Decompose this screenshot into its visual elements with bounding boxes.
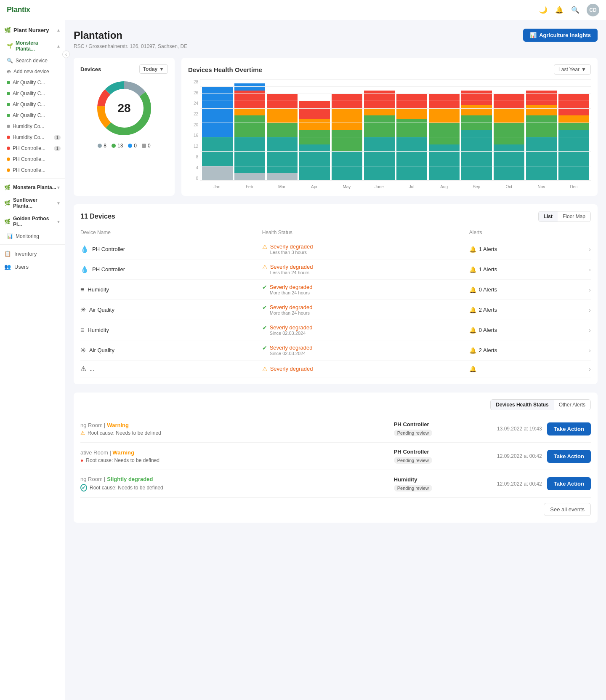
sidebar-device-item[interactable]: Air Quality C... (0, 77, 65, 88)
legend-green: 13 (112, 143, 123, 149)
agriculture-insights-button[interactable]: 📊 Agriculture Insights (523, 29, 598, 42)
sidebar-monitoring[interactable]: 📊 Monitoring (0, 231, 65, 242)
monstera-label: Monstera Planta... (16, 40, 56, 52)
row-chevron-icon[interactable]: › (589, 286, 591, 293)
chart-dropdown-label: Last Year (558, 67, 579, 72)
take-action-button[interactable]: Take Action (547, 477, 591, 490)
alert-time: 12.09.2022 at 00:42 (475, 453, 542, 459)
row-chevron-icon[interactable]: › (589, 366, 591, 372)
view-list-btn[interactable]: List (539, 211, 558, 222)
search-device-action[interactable]: 🔍 Search device (0, 55, 65, 66)
take-action-button[interactable]: Take Action (547, 450, 591, 463)
sidebar-device-item[interactable]: Humidity Co... (0, 121, 65, 132)
alert-badge: Pending review (394, 485, 432, 492)
sidebar-collapse-btn[interactable]: ‹ (62, 51, 70, 58)
bar-segment (558, 115, 589, 123)
health-status-text: Severly degraded (270, 284, 313, 290)
device-status-dot (7, 92, 10, 95)
page-header: Plantation 📊 Agriculture Insights (74, 29, 598, 42)
row-chevron-icon[interactable]: › (589, 307, 591, 313)
alert-row: ng Room | Warning ⚠ Root cause: Needs to… (80, 415, 591, 443)
alerts-header: Devices Health Status Other Alerts (80, 399, 591, 410)
row-chevron-icon[interactable]: › (589, 327, 591, 334)
users-label: Users (14, 264, 29, 270)
health-status-text: Severly degraded (270, 324, 313, 331)
sidebar-monstera-planta-sub[interactable]: 🌿 Monstera Planta... ▼ (0, 181, 65, 194)
row-chevron-icon[interactable]: › (589, 347, 591, 354)
device-name: Humidity (88, 327, 109, 333)
bar-group (494, 80, 524, 180)
tab-devices-health[interactable]: Devices Health Status (491, 400, 553, 410)
sidebar-monstera-active[interactable]: 🌱 Monstera Planta... ▲ (0, 37, 65, 55)
notification-icon[interactable]: 🔔 (555, 5, 564, 15)
sidebar-device-item[interactable]: Air Quality C... (0, 99, 65, 110)
search-icon[interactable]: 🔍 (571, 5, 580, 15)
alerts-cell: 🔔 0 Alerts › (469, 280, 591, 300)
alerts-cell: 🔔 1 Alerts › (469, 259, 591, 280)
alert-count: 1 Alerts (479, 246, 497, 252)
device-label: Humidity Co... (13, 123, 44, 129)
device-name-cell: ✳ Air Quality (80, 300, 262, 320)
add-device-action[interactable]: ⊕ Add new device (0, 66, 65, 77)
users-icon: 👥 (4, 264, 11, 270)
sidebar: 🌿 Plant Nursery ▲ 🌱 Monstera Planta... ▲… (0, 20, 65, 700)
alert-count: 1 Alerts (479, 266, 497, 273)
status-warning-icon: ⚠ (262, 366, 268, 372)
sidebar-golden-pothos[interactable]: 🌿 Golden Pothos Pl... ▼ (0, 212, 65, 231)
sidebar-inventory[interactable]: 📋 Inventory (0, 247, 65, 260)
bar-group (234, 80, 265, 180)
sidebar-device-item[interactable]: Air Quality C... (0, 88, 65, 99)
main-content: Plantation 📊 Agriculture Insights RSC / … (65, 20, 606, 700)
table-row[interactable]: ≡ Humidity ✔ Severly degraded Since 02.0… (80, 320, 591, 340)
take-action-button[interactable]: Take Action (547, 422, 591, 435)
alerts-cell: 🔔 2 Alerts › (469, 300, 591, 320)
table-row[interactable]: ✳ Air Quality ✔ Severly degraded Since 0… (80, 340, 591, 361)
sidebar-device-item[interactable]: Air Quality C... (0, 110, 65, 121)
donut-center: 28 (117, 102, 130, 115)
x-axis-label: Jan (202, 184, 232, 189)
sidebar-device-item[interactable]: PH Controlle...1 (0, 143, 65, 154)
bar-segment (526, 105, 557, 116)
sidebar-device-item[interactable]: Humidity Co...1 (0, 132, 65, 143)
device-name: PH Controller (92, 266, 125, 273)
legend-count-blue: 0 (134, 143, 137, 149)
search-device-label: Search device (16, 58, 48, 64)
health-status-text: Severly degraded (270, 366, 313, 372)
severity-label: Warning (107, 422, 129, 428)
tab-other-alerts[interactable]: Other Alerts (554, 400, 590, 410)
donut-dropdown[interactable]: Today ▼ (139, 64, 168, 74)
chart-dropdown[interactable]: Last Year ▼ (554, 64, 591, 75)
sidebar-device-item[interactable]: PH Controlle... (0, 154, 65, 165)
table-row[interactable]: ✳ Air Quality ✔ Severly degraded More th… (80, 300, 591, 320)
alert-count: 2 Alerts (479, 347, 497, 353)
bar-segment (494, 108, 524, 123)
row-chevron-icon[interactable]: › (589, 266, 591, 273)
table-row[interactable]: 💧 PH Controller ⚠ Severly degraded Less … (80, 259, 591, 280)
alerts-cell: 🔔 › (469, 361, 591, 377)
alert-left: ng Room | Slightly degraded ✔ Root cause… (80, 476, 389, 492)
breadcrumb: RSC / Grossenhainerstr. 126, 01097, Sach… (74, 43, 598, 49)
avatar[interactable]: CD (587, 4, 599, 16)
alert-room: ng Room | Warning (80, 422, 389, 428)
table-row[interactable]: ≡ Humidity ✔ Severly degraded More than … (80, 280, 591, 300)
chevron-up-icon-2: ▲ (56, 44, 61, 48)
device-label: PH Controlle... (13, 167, 45, 173)
sidebar-users[interactable]: 👥 Users (0, 260, 65, 273)
table-row[interactable]: 💧 PH Controller ⚠ Severly degraded Less … (80, 239, 591, 259)
dark-mode-icon[interactable]: 🌙 (539, 5, 548, 15)
device-status-dot (7, 81, 10, 84)
x-axis-label: May (331, 184, 362, 189)
donut-legend: 8 13 0 0 (80, 143, 168, 149)
donut-card-title: Devices (80, 66, 101, 72)
see-all-events-btn[interactable]: See all events (544, 503, 591, 516)
device-label: Air Quality C... (13, 91, 45, 96)
table-row[interactable]: ⚠ ... ⚠ Severly degraded 🔔 › (80, 361, 591, 377)
sidebar-device-item[interactable]: PH Controlle... (0, 165, 65, 176)
sidebar-sunflower[interactable]: 🌿 Sunflower Planta... ▼ (0, 194, 65, 212)
health-status-text: Severly degraded (270, 243, 313, 250)
view-floor-btn[interactable]: Floor Map (558, 211, 590, 222)
donut-total: 28 (117, 102, 130, 115)
sidebar-plant-nursery[interactable]: 🌿 Plant Nursery ▲ (0, 24, 65, 37)
row-chevron-icon[interactable]: › (589, 246, 591, 253)
alerts-tabs: Devices Health Status Other Alerts (490, 399, 591, 410)
